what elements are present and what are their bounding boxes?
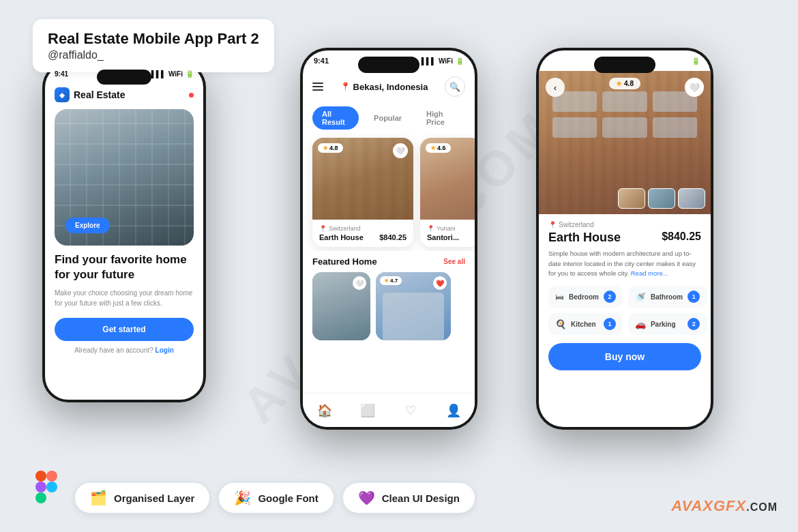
hamburger-line-2 xyxy=(312,86,323,87)
bathroom-icon: 🚿 xyxy=(635,292,646,302)
amenity-bathroom: 🚿 Bathroom 1 xyxy=(628,286,707,308)
time-3: 9:41 xyxy=(550,57,565,65)
filter-tab-all[interactable]: All Result xyxy=(312,106,359,130)
listing-info-1: 📍 Switzerland Earth House $840.25 xyxy=(312,220,413,247)
hamburger-menu[interactable] xyxy=(312,83,323,91)
signal-icon-2: ▌▌▌ xyxy=(422,57,436,65)
amenities-grid: 🛏 Bedroom 2 🚿 Bathroom 1 🍳 Kitchen 1 xyxy=(548,286,701,335)
listing-name-2: Santori... xyxy=(427,233,475,241)
get-started-button[interactable]: Get started xyxy=(55,318,194,341)
subtitle: Make your choice choosing your dream hom… xyxy=(55,288,194,308)
listing-rating-2: ★ 4.6 xyxy=(426,143,451,153)
see-all-button[interactable]: See all xyxy=(443,258,465,265)
amenity-bedroom: 🛏 Bedroom 2 xyxy=(548,286,623,308)
detail-body: 📍 Switzerland Earth House $840.25 Simple… xyxy=(539,214,711,377)
detail-pin-icon: 📍 xyxy=(548,221,557,228)
listing-image-2: ★ 4.6 xyxy=(420,138,475,220)
building-image: Explore xyxy=(55,109,194,246)
featured-title: Featured Home xyxy=(312,256,377,267)
detail-location: 📍 Switzerland xyxy=(548,221,701,228)
location-bar: 📍 Bekasi, Indonesia 🔍 xyxy=(303,71,475,102)
parking-icon: 🚗 xyxy=(635,319,646,329)
time-1: 9:41 xyxy=(55,70,68,78)
phone1-header: ◆ Real Estate xyxy=(55,87,194,102)
home-nav-icon: 🏠 xyxy=(317,403,332,418)
star-icon-1: ★ xyxy=(323,145,328,151)
svg-point-4 xyxy=(46,482,57,492)
listing-location-1: 📍 Switzerland xyxy=(319,225,407,232)
featured-card-2[interactable]: ★ 4.7 ❤️ xyxy=(376,272,451,340)
login-link[interactable]: Login xyxy=(156,346,174,354)
detail-heart-button[interactable]: 🤍 xyxy=(685,78,704,97)
featured-heart-1[interactable]: 🤍 xyxy=(353,276,366,290)
featured-card-1[interactable]: 🤍 xyxy=(312,272,370,340)
listing-location-2: 📍 Yunani xyxy=(427,225,475,232)
listing-name-price-row-1: Earth House $840.25 xyxy=(319,233,407,241)
featured-heart-2[interactable]: ❤️ xyxy=(433,276,447,290)
dynamic-island-2 xyxy=(358,57,419,73)
kitchen-count: 1 xyxy=(604,318,616,330)
avax-com: .COM xyxy=(746,501,778,513)
status-right-1: ▌▌▌ WiFi 🔋 xyxy=(151,70,194,78)
organised-layer-icon: 🗂️ xyxy=(90,490,107,506)
detail-property-price: $840.25 xyxy=(662,231,701,243)
detail-hero-image: ‹ ★ 4.8 🤍 xyxy=(539,71,711,214)
amenity-kitchen: 🍳 Kitchen 1 xyxy=(548,313,623,335)
tagline: Find your favorite home for your future xyxy=(55,252,194,282)
battery-icon-3: 🔋 xyxy=(692,57,700,65)
clean-ui-label: Clean UI Design xyxy=(382,492,460,504)
read-more-link[interactable]: Read more... xyxy=(631,269,668,277)
badge-google-font: 🎉 Google Font xyxy=(219,483,333,513)
hamburger-line-1 xyxy=(312,83,323,84)
badge-organised-layer: 🗂️ Organised Layer xyxy=(75,483,209,513)
login-text: Already have an account? xyxy=(74,346,153,354)
pin-icon-2: 📍 xyxy=(427,225,434,232)
nav-search[interactable]: ⬜ xyxy=(354,397,381,424)
listing-price-1: $840.25 xyxy=(379,233,407,241)
filter-tab-high-price[interactable]: High Price xyxy=(417,106,465,130)
bottom-badges: 🗂️ Organised Layer 🎉 Google Font 💜 Clean… xyxy=(75,483,475,513)
filter-tab-popular[interactable]: Popular xyxy=(364,110,411,125)
explore-label[interactable]: Explore xyxy=(65,218,110,233)
location-text: Bekasi, Indonesia xyxy=(353,82,428,92)
listing-image-1: ★ 4.8 🤍 xyxy=(312,138,413,220)
phone-detail: 9:41 ▌▌▌ WiFi 🔋 xyxy=(536,48,713,430)
svg-rect-1 xyxy=(46,471,57,482)
buy-now-button[interactable]: Buy now xyxy=(548,343,701,370)
detail-name-price-row: Earth House $840.25 xyxy=(548,231,701,245)
battery-icon-2: 🔋 xyxy=(456,57,464,65)
svg-rect-3 xyxy=(35,492,46,503)
listing-name-1: Earth House xyxy=(319,233,364,241)
nav-favorites[interactable]: ♡ xyxy=(397,397,424,424)
hero-thumb-2[interactable] xyxy=(648,188,675,209)
listing-card-side[interactable]: ★ 4.6 📍 Yunani Santori... xyxy=(420,138,475,247)
phone-onboarding-inner: 9:41 ▌▌▌ WiFi 🔋 ◆ Real Estate Explore Fi… xyxy=(45,64,203,400)
pin-icon-1: 📍 xyxy=(319,225,327,232)
app-name: Real Estate xyxy=(74,89,125,100)
svg-rect-0 xyxy=(35,471,46,482)
search-button[interactable]: 🔍 xyxy=(445,76,465,97)
filter-tabs: All Result Popular High Price xyxy=(303,102,475,134)
featured-cards: 🤍 ★ 4.7 ❤️ xyxy=(312,272,465,340)
profile-nav-icon: 👤 xyxy=(446,403,461,418)
dynamic-island-3 xyxy=(594,57,655,73)
battery-icon-1: 🔋 xyxy=(186,70,194,78)
hero-thumb-1[interactable] xyxy=(618,188,645,209)
bedroom-icon: 🛏 xyxy=(555,292,564,302)
heart-button-1[interactable]: 🤍 xyxy=(393,143,408,158)
star-icon-2: ★ xyxy=(430,145,436,151)
hamburger-line-3 xyxy=(312,89,323,91)
listing-card-main[interactable]: ★ 4.8 🤍 📍 Switzerland Earth House $840.2… xyxy=(312,138,413,247)
signal-icon-1: ▌▌▌ xyxy=(151,70,166,78)
nav-profile[interactable]: 👤 xyxy=(440,397,467,424)
nav-home[interactable]: 🏠 xyxy=(311,397,338,424)
hero-thumb-3[interactable] xyxy=(678,188,705,209)
badge-clean-ui: 💜 Clean UI Design xyxy=(343,483,475,513)
back-button[interactable]: ‹ xyxy=(546,78,565,97)
notification-dot xyxy=(189,93,194,98)
search-nav-icon: ⬜ xyxy=(360,403,375,418)
bottom-nav: 🏠 ⬜ ♡ 👤 xyxy=(303,393,475,427)
detail-property-name: Earth House xyxy=(548,231,621,245)
avax-text: AVAXGFX xyxy=(671,497,746,514)
star-icon-detail: ★ xyxy=(616,80,622,87)
